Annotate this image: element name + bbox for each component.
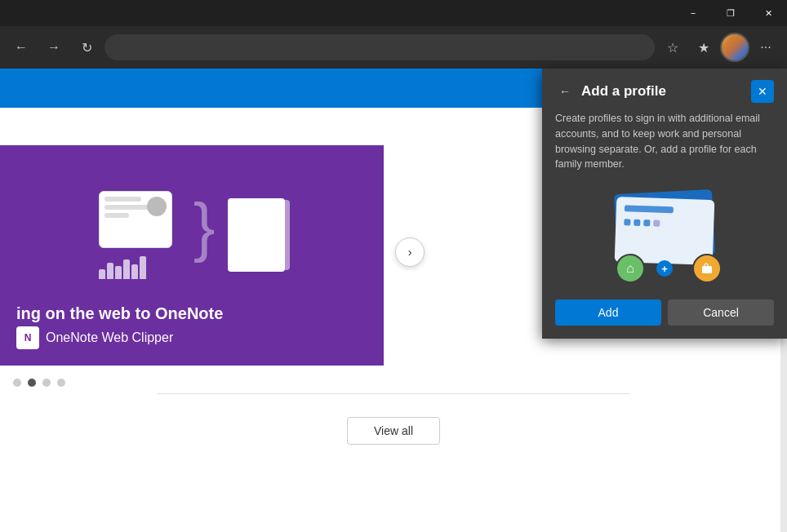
profile-line-3 (104, 213, 129, 218)
carousel-dot-1[interactable] (13, 379, 21, 387)
panel-close-button[interactable]: ✕ (751, 80, 774, 103)
home-badge: ⌂ (616, 254, 645, 283)
forward-button[interactable]: → (39, 33, 69, 62)
banner-title: OneNote Web Clipper (46, 330, 173, 345)
carousel-dot-4[interactable] (57, 379, 65, 387)
banner-carousel: } ing on the web to OneNote N OneNote We… (0, 145, 384, 366)
address-bar[interactable] (104, 34, 655, 60)
chart-bar-6 (140, 256, 146, 279)
profile-line-1 (104, 197, 142, 202)
brace-decoration: } (193, 194, 216, 259)
back-button[interactable]: ← (7, 33, 36, 62)
notebook-spine (283, 200, 290, 270)
panel-header: ← Add a profile ✕ (542, 69, 787, 111)
illus-card-dot-3 (643, 219, 650, 226)
panel-body: Create profiles to sign in with addition… (542, 111, 787, 339)
chart-bar-3 (115, 266, 122, 279)
banner-bottom: N OneNote Web Clipper (16, 326, 173, 349)
chart-illus (99, 256, 172, 279)
toolbar-right-buttons: ☆ ★ ··· (658, 33, 780, 62)
panel-illustration: ⌂ + (555, 185, 774, 283)
chart-bar-2 (107, 263, 113, 279)
banner-slide: } ing on the web to OneNote N OneNote We… (0, 145, 384, 366)
favorites-button[interactable]: ☆ (658, 33, 687, 62)
refresh-button[interactable]: ↻ (72, 33, 101, 62)
briefcase-icon (700, 262, 714, 275)
carousel-dot-3[interactable] (42, 379, 51, 387)
minimize-button[interactable]: − (674, 0, 712, 26)
banner-logo: N (16, 326, 39, 349)
add-profile-panel: ← Add a profile ✕ Create profiles to sig… (542, 69, 787, 339)
banner-illustration: } (0, 145, 384, 325)
add-profile-button[interactable]: Add (555, 299, 661, 326)
panel-title: Add a profile (581, 83, 745, 100)
notebook-inner (236, 210, 277, 238)
svg-rect-0 (702, 266, 712, 273)
view-all-area: View all (0, 417, 787, 445)
panel-description: Create profiles to sign in with addition… (555, 111, 774, 172)
title-bar: − ❐ ✕ (0, 0, 787, 26)
notebook-illus (228, 198, 285, 272)
profile-card-illus (99, 191, 172, 279)
more-button[interactable]: ··· (751, 33, 780, 62)
banner-heading: ing on the web to OneNote (16, 304, 223, 323)
collections-button[interactable]: ★ (689, 33, 718, 62)
panel-actions: Add Cancel (555, 299, 774, 326)
profile-card (99, 191, 172, 248)
illus-card-line (625, 205, 674, 213)
avatar-circle (722, 34, 748, 60)
divider (157, 393, 630, 394)
chart-bar-5 (131, 264, 138, 279)
chart-bar-4 (123, 259, 130, 279)
browser-toolbar: ← → ↻ ☆ ★ ··· (0, 26, 787, 69)
chart-bar-1 (99, 269, 105, 279)
illus-card-dot-4 (653, 220, 660, 227)
carousel-next-button[interactable]: › (395, 237, 425, 267)
illus-card-dot-1 (624, 219, 630, 225)
illus-card-dot-2 (634, 219, 640, 226)
carousel-dot-2[interactable] (28, 379, 36, 387)
view-all-button[interactable]: View all (347, 417, 440, 445)
cancel-button[interactable]: Cancel (668, 299, 774, 326)
restore-button[interactable]: ❐ (712, 0, 749, 26)
panel-back-button[interactable]: ← (555, 82, 575, 101)
work-badge (692, 254, 722, 283)
plus-badge: + (656, 260, 673, 277)
illus-card-dots (624, 219, 705, 228)
avatar-button[interactable] (720, 33, 749, 62)
profile-avatar-small (147, 197, 167, 216)
close-button[interactable]: ✕ (749, 0, 787, 26)
carousel-dots (13, 379, 787, 387)
